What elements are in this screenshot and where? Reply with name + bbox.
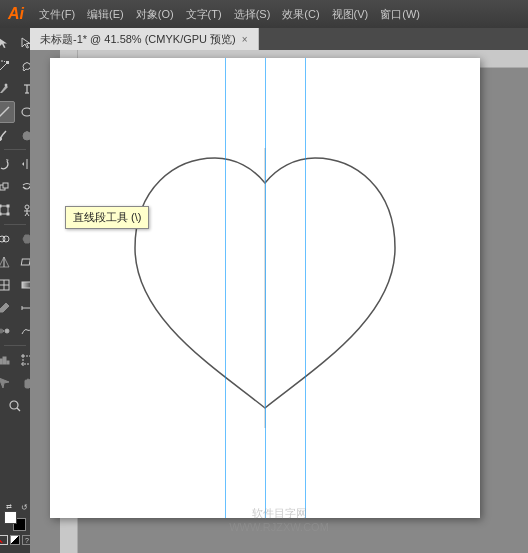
- pen-tool[interactable]: [0, 78, 15, 100]
- svg-rect-14: [3, 183, 8, 188]
- separator-1: [4, 149, 26, 150]
- svg-point-20: [25, 205, 29, 209]
- svg-marker-27: [0, 257, 9, 267]
- svg-point-26: [3, 236, 9, 242]
- column-graph-tool[interactable]: [0, 349, 15, 371]
- guide-line-left: [225, 58, 226, 518]
- menu-effect[interactable]: 效果(C): [277, 5, 324, 24]
- svg-rect-19: [7, 213, 9, 215]
- svg-line-24: [27, 213, 29, 216]
- swap-colors-icon[interactable]: ⇄: [6, 503, 12, 511]
- svg-point-5: [5, 84, 7, 86]
- svg-rect-18: [0, 213, 1, 215]
- menu-edit[interactable]: 编辑(E): [82, 5, 129, 24]
- perspective-grid-tool[interactable]: [0, 251, 15, 273]
- tooltip-text: 直线段工具 (\): [73, 211, 141, 223]
- menu-object[interactable]: 对象(O): [131, 5, 179, 24]
- blend-tool[interactable]: [0, 320, 15, 342]
- color-section: ↺ ⇄ ?: [0, 505, 32, 549]
- tab-close-button[interactable]: ×: [242, 34, 248, 45]
- menu-file[interactable]: 文件(F): [34, 5, 80, 24]
- svg-point-38: [5, 329, 9, 333]
- mesh-tool[interactable]: [0, 274, 15, 296]
- svg-rect-41: [3, 357, 6, 364]
- svg-point-11: [0, 138, 1, 141]
- watermark-line2: WWW.RJZXW.COM: [229, 521, 329, 533]
- guide-line-right: [305, 58, 306, 518]
- svg-point-52: [10, 401, 18, 409]
- menu-type[interactable]: 文字(T): [181, 5, 227, 24]
- magic-wand-tool[interactable]: [0, 55, 15, 77]
- svg-line-9: [0, 107, 9, 117]
- guide-line-center: [265, 58, 266, 518]
- foreground-color-swatch[interactable]: [4, 511, 17, 524]
- paintbrush-tool[interactable]: [0, 124, 15, 146]
- tooltip: 直线段工具 (\): [65, 206, 149, 229]
- reset-colors-icon[interactable]: ↺: [21, 503, 28, 512]
- svg-rect-16: [0, 205, 1, 207]
- svg-rect-40: [0, 359, 2, 364]
- menu-select[interactable]: 选择(S): [229, 5, 276, 24]
- tool-group-zoom: [4, 395, 26, 417]
- svg-rect-42: [7, 361, 9, 364]
- app-logo: Ai: [8, 5, 24, 23]
- svg-rect-17: [7, 205, 9, 207]
- separator-2: [4, 224, 26, 225]
- free-transform-tool[interactable]: [0, 199, 15, 221]
- no-fill-icon[interactable]: [0, 535, 8, 545]
- svg-line-53: [17, 408, 20, 411]
- separator-3: [4, 345, 26, 346]
- zoom-tool[interactable]: [4, 395, 26, 417]
- document-canvas: [50, 58, 480, 518]
- menu-view[interactable]: 视图(V): [327, 5, 374, 24]
- svg-point-37: [0, 329, 3, 333]
- svg-line-4: [4, 61, 5, 62]
- eyedropper-tool[interactable]: [0, 297, 15, 319]
- slice-tool[interactable]: [0, 372, 15, 394]
- svg-rect-1: [6, 61, 9, 64]
- menu-window[interactable]: 窗口(W): [375, 5, 425, 24]
- canvas-area: 未标题-1* @ 41.58% (CMYK/GPU 预览) × 直线段工具 (\: [30, 28, 528, 553]
- title-bar: Ai 文件(F) 编辑(E) 对象(O) 文字(T) 选择(S) 效果(C) 视…: [0, 0, 528, 28]
- main-layout: ↺ ⇄ ? 未标题-1* @ 41.58% (CMYK/GPU 预览): [0, 28, 528, 553]
- tab-label: 未标题-1* @ 41.58% (CMYK/GPU 预览): [40, 32, 236, 47]
- line-segment-tool[interactable]: [0, 101, 15, 123]
- svg-line-0: [0, 63, 7, 70]
- gradient-swatch[interactable]: [10, 535, 20, 545]
- svg-rect-29: [21, 259, 30, 265]
- scale-tool[interactable]: [0, 176, 15, 198]
- shape-builder-tool[interactable]: [0, 228, 15, 250]
- tab-bar: 未标题-1* @ 41.58% (CMYK/GPU 预览) ×: [30, 28, 528, 50]
- selection-tool[interactable]: [0, 32, 15, 54]
- toolbar: ↺ ⇄ ?: [0, 28, 30, 553]
- document-tab[interactable]: 未标题-1* @ 41.58% (CMYK/GPU 预览) ×: [30, 28, 259, 50]
- menu-bar: 文件(F) 编辑(E) 对象(O) 文字(T) 选择(S) 效果(C) 视图(V…: [34, 5, 520, 24]
- rotate-tool[interactable]: [0, 153, 15, 175]
